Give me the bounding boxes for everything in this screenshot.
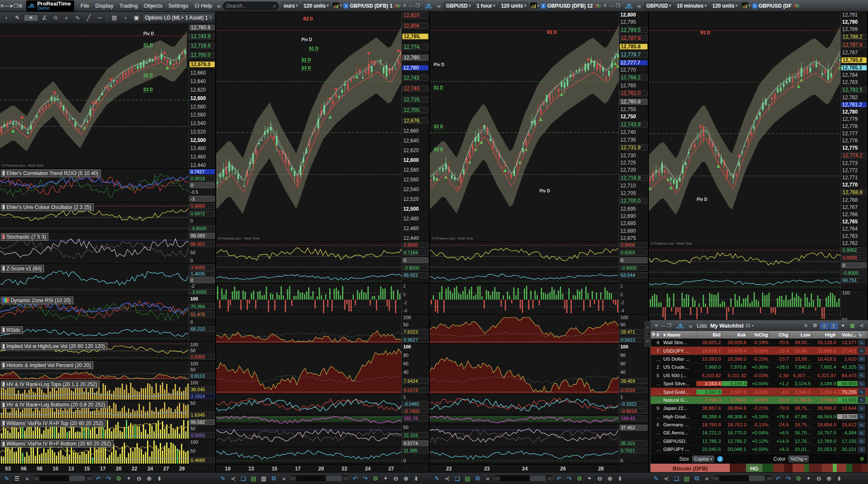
close-icon[interactable]: ✕ xyxy=(403,3,406,8)
heatmap-settings-icon[interactable]: ⚙ xyxy=(860,456,864,462)
indicator-label[interactable]: Z-Score v1 (60) xyxy=(1,265,44,273)
plot-area[interactable] xyxy=(649,277,841,289)
zoom-in-icon[interactable]: ⊕ xyxy=(402,475,410,482)
chart-edit-icon[interactable]: ✎ xyxy=(219,475,227,482)
plot-area[interactable]: Piv DS1 DS2 DS3 DIT-Finance.com - Real T… xyxy=(0,24,189,168)
flag-icon[interactable]: ⚑ xyxy=(214,13,215,22)
plot-area[interactable]: Ehler's Correlation Trend R2X3 (5 10 40) xyxy=(0,169,189,202)
indicator-label[interactable]: Historic & Implied Vol Percent (20 20) xyxy=(1,362,93,369)
watchlist-row[interactable]: ...GBP/USD.12,785.312,786.2+0.12%+14.912… xyxy=(651,437,868,445)
horizontal-line-icon[interactable]: ─ xyxy=(95,13,105,22)
plot-area[interactable] xyxy=(216,242,402,271)
zoom-in-icon[interactable]: ⊕ xyxy=(825,475,833,482)
undo-icon[interactable]: ↶ xyxy=(774,475,782,482)
expand-icon[interactable]: » xyxy=(23,475,31,482)
zoom-fit-icon[interactable]: ⌖ xyxy=(585,475,594,482)
price-axis[interactable]: 100500.4689 xyxy=(189,439,215,464)
menu-file[interactable]: File xyxy=(78,3,92,9)
style-settings-icon[interactable]: ⚙ xyxy=(575,475,584,482)
window-controls[interactable]: ✕—❐ xyxy=(401,3,422,8)
close-icon[interactable]: ✕ xyxy=(0,3,4,9)
menu-settings[interactable]: Settings xyxy=(165,3,191,9)
timeframe-dropdown[interactable]: 120 units▾ xyxy=(301,2,331,10)
watchlist-row[interactable]: 6Germany ...18,760.918,762.3-0.13%-24.51… xyxy=(651,421,868,429)
plot-area[interactable] xyxy=(216,415,402,424)
chart-type-icon[interactable] xyxy=(530,2,537,9)
watchlist-row[interactable]: 2US Crude...7,868.07,870.8+0.36%+28.07,8… xyxy=(651,363,868,371)
price-axis[interactable]: 63.544 xyxy=(619,272,648,284)
chat-icon[interactable]: ❏ xyxy=(239,475,248,482)
watchlist-row[interactable]: ...GE Aeros...16,721.016,770.0+0.04%+6.5… xyxy=(651,429,868,437)
color-select[interactable]: %Chg▾ xyxy=(788,455,809,463)
price-axis[interactable]: 100507.62230.9627 xyxy=(402,314,429,343)
heatmap-segment[interactable] xyxy=(822,464,833,473)
lists-label[interactable]: Lists xyxy=(696,323,709,329)
cursor-icon[interactable]: ➤ xyxy=(23,14,39,22)
plot-area[interactable] xyxy=(216,284,402,314)
pencil-icon[interactable]: ✎ xyxy=(12,13,22,22)
price-axis[interactable]: 1-0.3322-0.9018 xyxy=(619,394,648,414)
zoom-in-icon[interactable]: ⊕ xyxy=(145,475,153,482)
zoom-out-icon[interactable]: ⊖ xyxy=(595,475,604,482)
column-header-[interactable]: # xyxy=(656,332,662,337)
price-axis[interactable]: 0.80000.60590-0.8000 xyxy=(619,242,648,271)
menu-icon[interactable]: ☰ xyxy=(13,475,21,482)
chart-edit-icon[interactable]: ✎ xyxy=(652,475,660,482)
heatmap-segment[interactable] xyxy=(773,464,784,473)
pin-icon[interactable]: ➤ xyxy=(9,3,14,9)
scroll-right-icon[interactable]: › xyxy=(86,476,92,481)
refresh-icon[interactable]: ↺↻ xyxy=(394,3,399,9)
chat-icon[interactable]: ❏ xyxy=(453,475,462,482)
open-chart-icon[interactable]: ∿ xyxy=(858,405,865,412)
indicator-label[interactable]: Williams' VixFix IV R+P Bottom (20 60 20… xyxy=(1,440,114,448)
chart-scrollbar[interactable]: ‹› xyxy=(33,475,92,482)
redo-icon[interactable]: ↷ xyxy=(104,475,113,482)
plot-area[interactable] xyxy=(430,314,619,343)
price-axis[interactable]: 10080604028.4590.0220 xyxy=(619,344,648,394)
menu-trading[interactable]: Trading xyxy=(116,3,141,9)
move-up-icon[interactable]: ⇧ xyxy=(829,323,838,329)
style-settings-icon[interactable]: ⚙ xyxy=(794,475,803,482)
collapse-left-icon[interactable]: « xyxy=(280,475,288,482)
chevron-down-icon[interactable]: ▾ xyxy=(752,324,754,328)
collapse-left-icon[interactable]: « xyxy=(484,475,492,482)
open-chart-icon[interactable]: ∿ xyxy=(858,372,865,378)
plot-area[interactable] xyxy=(216,344,402,394)
plot-area[interactable]: Z-Score v1 (60) xyxy=(0,264,189,295)
open-chart-icon[interactable]: ∿ xyxy=(858,413,865,420)
plot-area[interactable]: Ehler's Univ Colour Oscillator (2 3 25) xyxy=(0,203,189,232)
watchlist-row[interactable]: 4Wall Stre...39,025.239,028.8-0.18%-70.5… xyxy=(651,339,868,347)
scroll-left-icon[interactable]: ‹ xyxy=(494,476,500,481)
redo-icon[interactable]: ↷ xyxy=(565,475,573,482)
column-header-chg[interactable]: Chg xyxy=(769,332,790,337)
plot-area[interactable]: R1 DPiv DIT-Finance.com - Real Time xyxy=(649,12,841,246)
heatmap-segment[interactable] xyxy=(762,464,773,473)
price-axis[interactable]: 199.40 xyxy=(619,415,648,424)
heatmap-segment[interactable] xyxy=(846,464,852,473)
plot-area[interactable]: Implied Vol w High/Low Vol (20 60 120 12… xyxy=(0,342,189,360)
watchlist-row[interactable]: ...Natural G...2,766.02,769.0-0.82%-23.0… xyxy=(651,396,868,404)
zoom-out-icon[interactable]: ⊖ xyxy=(392,475,400,482)
redo-icon[interactable]: ↷ xyxy=(784,475,793,482)
plot-area[interactable] xyxy=(216,394,402,414)
news-icon[interactable]: ▤ xyxy=(463,475,472,482)
list-edit-icon[interactable]: ≡ xyxy=(801,323,810,329)
plot-area[interactable] xyxy=(649,290,841,323)
ruler-icon[interactable]: ∠ xyxy=(39,13,50,22)
collapse-left-icon[interactable]: ‹ xyxy=(1,13,11,22)
plot-area[interactable] xyxy=(216,314,402,343)
plot-area[interactable] xyxy=(430,447,619,464)
plot-area[interactable]: HV & IV Rank+Log Tops (20 1.1 20 252) xyxy=(0,380,189,400)
instrument-title[interactable]: iGBP/USD (DF↺↻ xyxy=(752,3,798,9)
window-controls[interactable]: ✕—❐ xyxy=(652,323,673,328)
timeframe-dropdown[interactable]: GBPUSD▾ xyxy=(444,2,473,10)
share-icon[interactable]: ≺ xyxy=(229,475,237,482)
price-axis[interactable]: 88.08386.901500 xyxy=(189,232,215,264)
menu-display[interactable]: Display xyxy=(92,3,117,9)
indicator-label[interactable]: Ehler's Correlation Trend R2X3 (5 10 40) xyxy=(1,170,101,177)
price-axis[interactable]: 1005028.4710.5623 xyxy=(619,314,648,343)
chart-edit-icon[interactable]: ✎ xyxy=(3,475,11,482)
price-axis[interactable]: 20-2-4 xyxy=(402,284,429,314)
scrollbar-thumb[interactable] xyxy=(530,476,546,481)
indicator-list-icon[interactable]: ▤ xyxy=(109,13,120,22)
